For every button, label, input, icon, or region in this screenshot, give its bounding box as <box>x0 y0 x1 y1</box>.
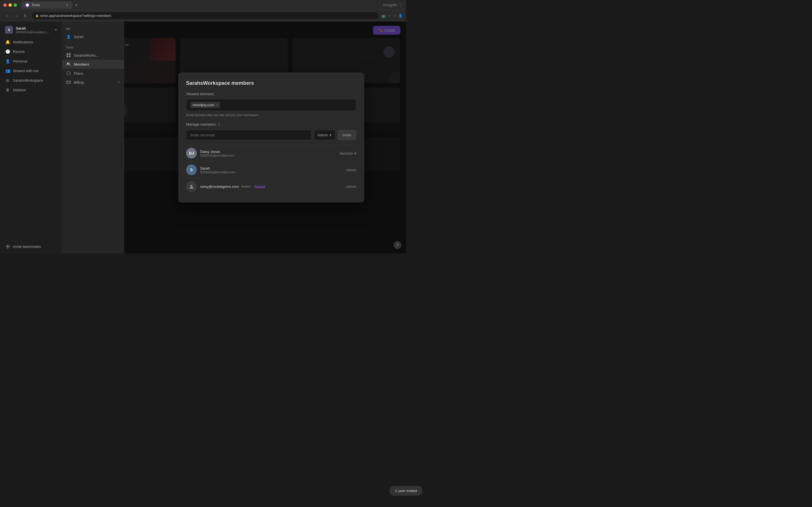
incognito-profile[interactable]: Incognito <box>383 3 397 7</box>
domain-tag-remove[interactable]: × <box>216 103 217 107</box>
traffic-lights <box>3 3 17 7</box>
domain-tag-text: moodjoy.com <box>193 103 214 107</box>
member-role-sarah: Admin <box>346 168 356 172</box>
close-window-button[interactable] <box>3 3 7 7</box>
grid-icon: ⊞ <box>5 78 10 83</box>
sidebar-item-personal[interactable]: 👤 Personal <box>2 57 60 66</box>
settings-item-user[interactable]: 👤 Sarah <box>62 32 124 41</box>
modal-overlay[interactable]: Me 👤 Sarah Team <box>62 21 406 253</box>
clock-icon: 🕐 <box>5 49 10 54</box>
member-avatar-daisy: DJ <box>186 148 197 159</box>
tab-bar: Tome ✕ + <box>21 1 381 9</box>
address-bar[interactable]: 🔒 tome.app/sarahsworkspace?settings=memb… <box>32 12 379 20</box>
active-tab[interactable]: Tome ✕ <box>21 1 72 9</box>
chevron-down-icon: ▾ <box>55 28 57 32</box>
member-info-daisy: Daisy Jonas f3660c6e@moodjoy.com <box>200 150 336 157</box>
me-section-label: Me <box>62 26 124 32</box>
allowed-domains-label: Allowed domains <box>186 92 356 96</box>
settings-user-label: Sarah <box>74 35 84 39</box>
member-avatar-ramy <box>186 181 197 192</box>
user-info: Sarah 8263e52a@moodjoy.c... <box>16 26 52 34</box>
browser-menu-button[interactable]: ⋮ <box>399 3 403 7</box>
user-name: Sarah <box>16 26 52 31</box>
minimize-window-button[interactable] <box>8 3 12 7</box>
billing-settings-icon <box>66 80 71 85</box>
sidebar-item-workspace[interactable]: ⊞ SarahsWorkspace <box>2 76 60 85</box>
settings-item-workspace[interactable]: SarahsWorks... <box>62 51 124 60</box>
members-modal: SarahsWorkspace members Allowed domains … <box>178 72 364 203</box>
member-role-daisy[interactable]: Member ▾ <box>340 151 356 156</box>
sidebar-user[interactable]: S Sarah 8263e52a@moodjoy.c... ▾ <box>2 24 60 36</box>
sidebar-item-label: Notifications <box>13 40 33 44</box>
nav-arrows: ‹ › ↻ <box>3 12 29 20</box>
help-button[interactable]: ? <box>394 241 402 249</box>
svg-rect-1 <box>66 53 68 55</box>
svg-rect-8 <box>66 81 70 83</box>
browser-chrome: Tome ✕ + Incognito ⋮ <box>0 0 406 10</box>
sidebar-item-recent[interactable]: 🕐 Recent <box>2 47 60 56</box>
billing-external-icon: ↗ <box>117 80 120 84</box>
member-name-sarah: Sarah <box>200 166 343 170</box>
member-avatar-sarah: S <box>186 165 197 175</box>
cast-icon[interactable]: 📺 <box>382 14 386 18</box>
tab-favicon <box>26 3 29 7</box>
settings-billing-label: Billing <box>74 80 84 84</box>
app-layout: S Sarah 8263e52a@moodjoy.c... ▾ 🔔 Notifi… <box>0 21 406 253</box>
people-icon: 👥 <box>5 68 10 73</box>
sidebar-item-invite[interactable]: ➕ Invite teammates <box>2 242 60 251</box>
member-name-daisy: Daisy Jonas <box>200 150 336 154</box>
plans-settings-icon <box>66 71 71 76</box>
browser-toolbar-actions: 📺 ☆ ⬡ 👤 <box>382 14 403 18</box>
user-avatar: S <box>5 26 13 34</box>
members-count: 2 <box>218 122 220 126</box>
sidebar-item-label: SarahsWorkspace <box>13 78 43 82</box>
settings-plans-label: Plans <box>74 71 83 75</box>
add-person-icon: ➕ <box>5 244 10 249</box>
sidebar-item-label: Personal <box>13 59 28 63</box>
invite-teammates-label: Invite teammates <box>13 244 41 249</box>
member-email-ramy: ramy@rocketgems.com <box>200 184 239 189</box>
manage-members-label: Manage members <box>186 122 216 126</box>
person-icon: 👤 <box>5 59 10 64</box>
role-dropdown-icon: ▾ <box>329 133 332 137</box>
sidebar: S Sarah 8263e52a@moodjoy.c... ▾ 🔔 Notifi… <box>0 21 62 253</box>
ssl-lock-icon: 🔒 <box>35 14 39 17</box>
tab-close-button[interactable]: ✕ <box>66 3 68 6</box>
question-mark-icon: ? <box>396 243 399 247</box>
sidebar-item-notifications[interactable]: 🔔 Notifications <box>2 38 60 47</box>
svg-point-10 <box>190 185 193 187</box>
extensions-icon[interactable]: ⬡ <box>393 14 396 18</box>
sidebar-item-deleted[interactable]: 🗑 Deleted <box>2 86 60 94</box>
settings-item-billing[interactable]: Billing ↗ <box>62 78 124 87</box>
modal-title: SarahsWorkspace members <box>186 80 356 86</box>
user-email: 8263e52a@moodjoy.c... <box>16 31 52 34</box>
svg-rect-2 <box>69 53 70 55</box>
bell-icon: 🔔 <box>5 40 10 45</box>
svg-point-7 <box>67 71 70 75</box>
reload-button[interactable]: ↻ <box>21 12 29 20</box>
invited-badge-ramy: Invited <box>241 185 250 188</box>
domain-input-field[interactable]: moodjoy.com × <box>186 99 356 111</box>
member-email-daisy: f3660c6e@moodjoy.com <box>200 154 336 157</box>
back-button[interactable]: ‹ <box>3 12 11 20</box>
settings-item-members[interactable]: Members <box>62 60 124 69</box>
settings-item-plans[interactable]: Plans <box>62 69 124 78</box>
invite-button[interactable]: Invite <box>338 130 356 140</box>
forward-button[interactable]: › <box>12 12 20 20</box>
svg-point-5 <box>67 62 69 64</box>
address-text: tome.app/sarahsworkspace?settings=member… <box>40 14 111 18</box>
invite-email-input[interactable] <box>186 130 312 140</box>
domain-hint: Email domains that can see and join your… <box>186 113 356 117</box>
new-tab-button[interactable]: + <box>73 3 79 8</box>
bookmark-icon[interactable]: ☆ <box>388 14 391 18</box>
sidebar-item-shared[interactable]: 👥 Shared with me <box>2 66 60 75</box>
team-section-label: Team <box>62 45 124 50</box>
profile-icon[interactable]: 👤 <box>398 14 403 18</box>
domain-tag: moodjoy.com × <box>190 102 220 108</box>
browser-nav-actions: Incognito ⋮ <box>383 3 403 7</box>
maximize-window-button[interactable] <box>13 3 17 7</box>
settings-members-label: Members <box>74 62 89 66</box>
role-select[interactable]: Admin ▾ <box>314 130 335 140</box>
svg-rect-3 <box>66 55 68 57</box>
resend-link-ramy[interactable]: Resend <box>254 185 265 188</box>
